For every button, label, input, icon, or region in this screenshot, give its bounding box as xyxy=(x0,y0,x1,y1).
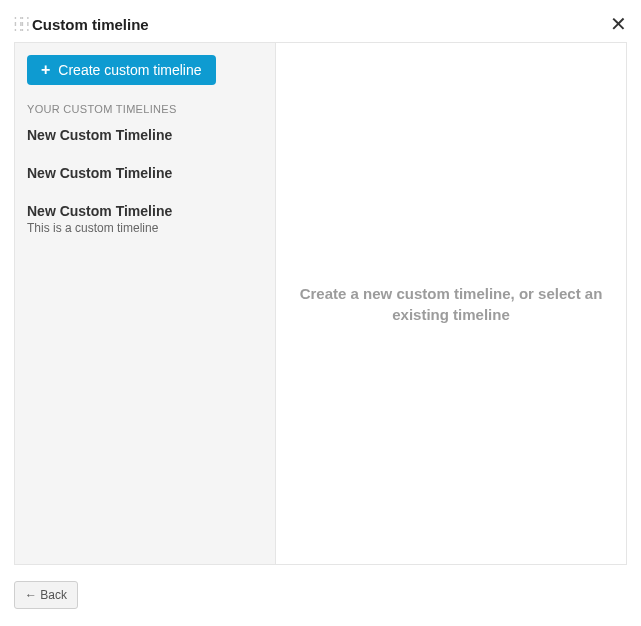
custom-timeline-dialog: ∷∷∷∷ Custom timeline ✕ + Create custom t… xyxy=(0,0,641,626)
timeline-item[interactable]: New Custom Timeline This is a custom tim… xyxy=(27,203,263,235)
header-left: ∷∷∷∷ Custom timeline xyxy=(14,16,149,33)
dialog-header: ∷∷∷∷ Custom timeline ✕ xyxy=(14,10,627,42)
timeline-item-title: New Custom Timeline xyxy=(27,127,263,143)
timeline-item-title: New Custom Timeline xyxy=(27,165,263,181)
main-panel: Create a new custom timeline, or select … xyxy=(276,43,626,564)
grip-icon: ∷∷∷∷ xyxy=(14,17,28,31)
close-icon[interactable]: ✕ xyxy=(610,14,627,34)
timeline-item[interactable]: New Custom Timeline xyxy=(27,165,263,181)
plus-icon: + xyxy=(41,62,50,78)
back-button[interactable]: ← Back xyxy=(14,581,78,609)
sidebar: + Create custom timeline YOUR CUSTOM TIM… xyxy=(15,43,276,564)
sidebar-section-label: YOUR CUSTOM TIMELINES xyxy=(27,103,263,115)
create-button-label: Create custom timeline xyxy=(58,62,201,78)
create-timeline-button[interactable]: + Create custom timeline xyxy=(27,55,216,85)
timeline-item[interactable]: New Custom Timeline xyxy=(27,127,263,143)
placeholder-text: Create a new custom timeline, or select … xyxy=(296,283,606,325)
dialog-title: Custom timeline xyxy=(32,16,149,33)
dialog-footer: ← Back xyxy=(14,565,627,609)
timeline-item-title: New Custom Timeline xyxy=(27,203,263,219)
timeline-item-description: This is a custom timeline xyxy=(27,221,263,235)
dialog-body: + Create custom timeline YOUR CUSTOM TIM… xyxy=(14,42,627,565)
